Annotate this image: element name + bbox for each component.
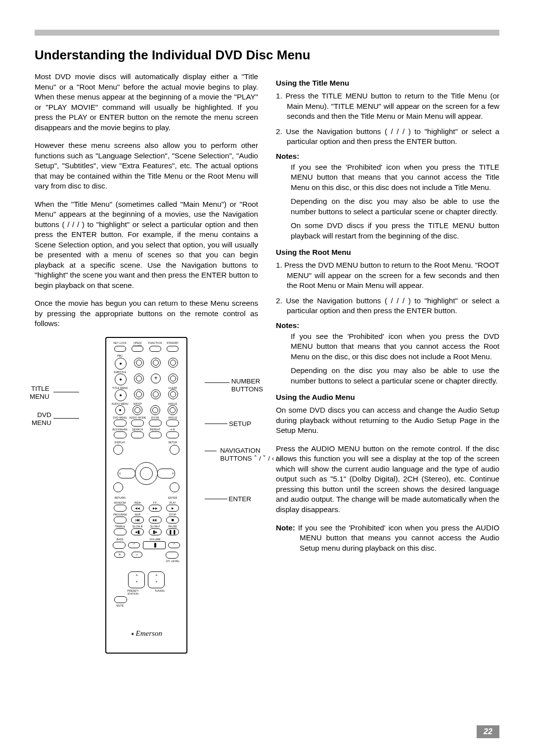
ann-line-nav xyxy=(205,451,217,451)
right-column: Using the Title Menu 1. Press the TITLE … xyxy=(276,72,499,654)
btn-search xyxy=(131,431,144,438)
ann-setup: SETUP xyxy=(229,420,251,428)
btn-treble xyxy=(114,528,127,535)
btn-zoom xyxy=(150,405,160,415)
remote-row-re xyxy=(106,482,186,492)
btn-dvd-menu xyxy=(114,420,127,426)
page-number: 22 xyxy=(477,725,499,738)
btn-program xyxy=(114,517,127,523)
remote-label-r13: PRESET/ STATIONTUNING xyxy=(111,589,181,595)
btn-minus xyxy=(132,552,142,558)
btn-num-9 xyxy=(168,389,178,399)
btn-open-close xyxy=(132,346,143,352)
remote-row-7 xyxy=(106,431,186,438)
remote-row-11 xyxy=(106,541,186,549)
remote-label-r8: RANDOMREWF.F.PLAY xyxy=(111,501,181,504)
remote-row-1 xyxy=(106,346,186,352)
remote-label-r2: PBC xyxy=(111,354,181,357)
btn-ff xyxy=(149,505,162,512)
btn-enter xyxy=(170,482,179,492)
notes-label-title: Notes: xyxy=(276,152,499,160)
remote-row-disp xyxy=(106,445,186,455)
root-step-2: 2. Use the Navigation buttons ( / / / ) … xyxy=(276,296,499,316)
section-heading-root: Using the Root Menu xyxy=(276,248,499,256)
root-step-1: 1. Press the DVD MENU button to return t… xyxy=(276,260,499,291)
audio-note: Note: If you see the 'Prohibited' icon w… xyxy=(276,523,499,554)
ann-line-dvd xyxy=(53,418,79,419)
audio-para-2: Press the AUDIO MENU button on the remot… xyxy=(276,444,499,515)
btn-standby xyxy=(167,346,178,352)
remote-label-disp: DISPLAYSETUP xyxy=(111,441,181,444)
section-heading-audio: Using the Audio Menu xyxy=(276,393,499,401)
content-columns: Most DVD movie discs will automatically … xyxy=(35,72,499,654)
btn-pbc xyxy=(115,358,127,370)
btn-random xyxy=(114,505,127,512)
btn-display xyxy=(113,445,123,455)
remote-brand: Emerson xyxy=(106,629,186,638)
intro-para-4: Once the movie has begun you can return … xyxy=(35,298,258,329)
ann-enter: ENTER xyxy=(228,495,251,503)
remote-label-r9: PROGRAMSKIPSTOP xyxy=(111,513,181,516)
btn-num-5 xyxy=(151,374,161,383)
title-step-1: 1. Press the TITLE MENU button to return… xyxy=(276,91,499,122)
intro-para-2: However these menu screens also allow yo… xyxy=(35,141,258,191)
ann-line-number xyxy=(205,382,229,383)
page-title: Understanding the Individual DVD Disc Me… xyxy=(35,47,499,63)
btn-pause xyxy=(166,528,179,535)
remote-label-r6: DVD MENUAUDIO MODEZOOMANGLE xyxy=(111,416,181,419)
btn-plus xyxy=(114,552,125,558)
remote-row-9 xyxy=(106,517,186,523)
btn-audio-mode xyxy=(131,420,144,426)
btn-audio-menu xyxy=(115,405,125,415)
btn-angle2 xyxy=(166,420,179,426)
vol-slider xyxy=(143,541,166,549)
btn-setup xyxy=(170,445,179,455)
remote-row-pads: ˄˅ ˄˅ xyxy=(106,571,186,588)
intro-para-1: Most DVD movie discs will automatically … xyxy=(35,72,258,133)
ann-number-buttons: NUMBERBUTTONS xyxy=(231,378,263,393)
notes-label-root: Notes: xyxy=(276,321,499,330)
header-bar xyxy=(35,30,499,36)
btn-stop xyxy=(166,517,179,523)
btn-play xyxy=(166,505,179,512)
btn-repeat xyxy=(149,431,162,438)
remote-row-6 xyxy=(106,420,186,426)
left-column: Most DVD movie discs will automatically … xyxy=(35,72,258,654)
dpad-right: › xyxy=(157,469,175,478)
dpad-left: ‹ xyxy=(118,469,135,478)
ann-title-menu: TITLEMENU xyxy=(30,385,49,401)
btn-key-lock xyxy=(114,346,126,352)
root-note-1: If you see the 'Prohibited' icon when yo… xyxy=(276,331,499,362)
remote-row-8 xyxy=(106,505,186,512)
btn-rew xyxy=(131,505,144,512)
intro-para-3: When the "Title Menu" (sometimes called … xyxy=(35,199,258,291)
ann-line-title xyxy=(53,392,79,392)
btn-ch-level xyxy=(166,552,178,559)
title-note-2: Depending on the disc you may also be ab… xyxy=(276,196,499,217)
remote-row-4 xyxy=(106,389,186,401)
pad-preset: ˄˅ xyxy=(128,571,145,588)
btn-vol-down-a xyxy=(128,542,140,548)
btn-vol-up-a xyxy=(168,542,180,548)
remote-outline: KEY LOCKOPEN/ CLOSEFUNCTIONSTANDBY PBC xyxy=(105,337,187,654)
remote-label-r14: MUTE xyxy=(111,604,181,607)
remote-row-mute xyxy=(106,596,186,603)
remote-row-12 xyxy=(106,552,186,559)
ann-nav: NAVIGATIONBUTTONS ˄ / ˅ / ‹ / › xyxy=(220,447,282,463)
remote-row-3 xyxy=(106,374,186,385)
btn-ab xyxy=(166,431,179,438)
audio-para-1: On some DVD discs you can access and cha… xyxy=(276,405,499,436)
manual-page: Understanding the Individual DVD Disc Me… xyxy=(0,0,534,756)
btn-function xyxy=(149,346,161,352)
btn-bass xyxy=(113,542,126,549)
remote-label-r7: BOOKMARKSEARCHREPEATA-B xyxy=(111,428,181,431)
title-note-1: If you see the 'Prohibited' icon when yo… xyxy=(276,162,499,193)
title-note-3: On some DVD discs if you press the TITLE… xyxy=(276,221,499,241)
btn-npip xyxy=(133,405,142,415)
btn-num-4 xyxy=(134,374,144,383)
ann-line-enter xyxy=(205,499,227,499)
btn-num-7 xyxy=(134,389,144,399)
btn-zoom2 xyxy=(149,420,162,426)
btn-skip-b xyxy=(131,517,144,523)
btn-bookmark xyxy=(114,431,127,438)
